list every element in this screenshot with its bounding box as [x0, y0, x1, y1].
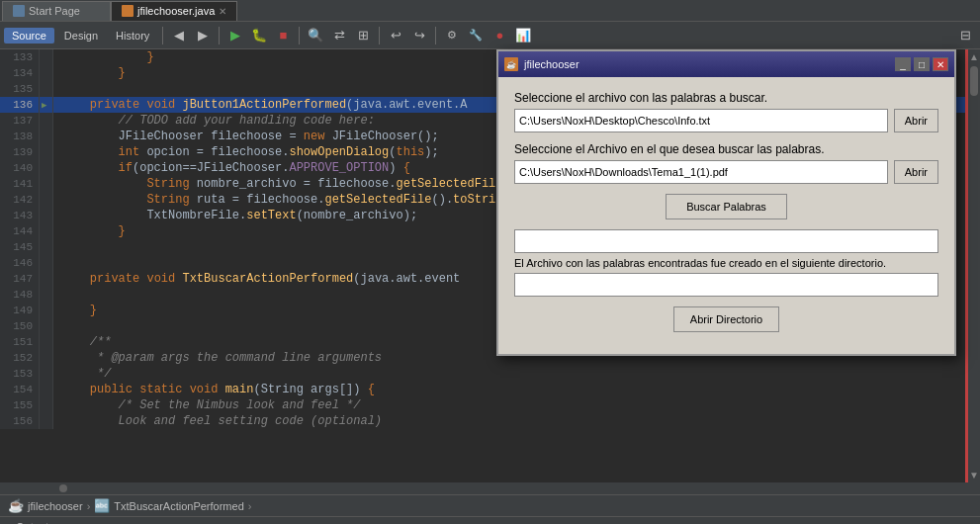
dialog-dir-input[interactable] [514, 273, 938, 297]
line-content-137: // TODO add your handling code here: [53, 113, 375, 129]
line-gutter-135 [40, 81, 53, 97]
bottom-scrollbar[interactable] [0, 482, 980, 494]
status-icon-2: 🔤 [94, 498, 110, 513]
right-scrollbar[interactable]: ▲ ▼ [968, 49, 980, 482]
dialog-section-1: Seleccione el archivo con las palabras a… [514, 91, 938, 132]
line-content-139: int opcion = filechoose.showOpenDialog(t… [53, 144, 439, 160]
toolbar-tab-history[interactable]: History [108, 28, 157, 44]
line-num-133: 133 [0, 49, 40, 65]
dialog-title-icon: ☕ [504, 57, 518, 71]
dialog-buscar-row: Buscar Palabras [514, 194, 938, 219]
toolbar-btn-back[interactable]: ◀ [168, 25, 190, 46]
dialog-window: ☕ jfilechooser _ □ ✕ Seleccione el archi… [496, 49, 956, 356]
toolbar-btn-chart[interactable]: 📊 [512, 25, 534, 46]
code-line-156: 156 Look and feel setting code (optional… [0, 413, 968, 429]
toolbar-btn-build[interactable]: ⚙ [441, 25, 463, 46]
line-content-145 [53, 239, 68, 255]
dialog-abrir-row: Abrir Directorio [514, 306, 938, 332]
dialog-open-btn-2[interactable]: Abrir [894, 160, 938, 184]
line-content-136: private void jButton1ActionPerformed(jav… [53, 97, 468, 113]
line-num-144: 144 [0, 223, 40, 239]
line-num-141: 141 [0, 176, 40, 192]
line-content-146 [53, 255, 68, 271]
line-content-151: /** [53, 334, 111, 350]
dialog-close-btn[interactable]: ✕ [933, 57, 948, 71]
tab-close-icon[interactable]: ✕ [219, 6, 226, 17]
tab-start-page[interactable]: Start Page [2, 1, 111, 21]
tab-bar: Start Page jfilechooser.java ✕ [0, 0, 980, 22]
toolbar-btn-stop[interactable]: ■ [272, 25, 294, 46]
line-gutter-140 [40, 160, 53, 176]
line-content-148 [53, 287, 68, 303]
toolbar-btn-redo[interactable]: ↪ [408, 25, 430, 46]
line-num-143: 143 [0, 208, 40, 223]
breadcrumb-arrow-1: › [87, 500, 91, 512]
line-num-150: 150 [0, 318, 40, 334]
toolbar-btn-search[interactable]: 🔍 [305, 25, 326, 46]
scroll-down-arrow[interactable]: ▼ [967, 468, 980, 482]
line-content-153: */ [53, 366, 111, 382]
line-num-138: 138 [0, 129, 40, 144]
toolbar-separator-2 [219, 27, 220, 44]
toolbar-separator-4 [379, 27, 380, 44]
output-bar: Output [0, 516, 980, 524]
line-num-152: 152 [0, 350, 40, 366]
line-gutter-149 [40, 303, 53, 318]
line-num-142: 142 [0, 192, 40, 208]
toolbar-btn-toggle[interactable]: ⊞ [352, 25, 374, 46]
line-num-140: 140 [0, 160, 40, 176]
breadcrumb-arrow-2: › [248, 500, 252, 512]
start-page-icon [13, 5, 25, 17]
line-gutter-136 [40, 97, 53, 113]
dialog-info-text: El Archivo con las palabras encontradas … [514, 257, 938, 269]
line-content-140: if(opcion==JFileChooser.APPROVE_OPTION) … [53, 160, 410, 176]
line-content-143: TxtNombreFile.setText(nombre_archivo); [53, 208, 417, 223]
dialog-title-bar: ☕ jfilechooser _ □ ✕ [498, 51, 954, 77]
line-gutter-146 [40, 255, 53, 271]
toolbar: Source Design History ◀ ▶ ▶ 🐛 ■ 🔍 ⇄ ⊞ ↩ … [0, 22, 980, 49]
right-margin-stripe [965, 49, 968, 482]
line-content-155: /* Set the Nimbus look and feel */ [53, 397, 360, 413]
dialog-input-2[interactable] [514, 160, 888, 184]
line-content-141: String nombre_archivo = filechoose.getSe… [53, 176, 495, 192]
line-content-133: } [53, 49, 154, 65]
toolbar-btn-clean[interactable]: 🔧 [465, 25, 487, 46]
line-gutter-145 [40, 239, 53, 255]
toolbar-btn-run[interactable]: ▶ [224, 25, 246, 46]
line-num-135: 135 [0, 81, 40, 97]
dialog-maximize-btn[interactable]: □ [914, 57, 930, 71]
line-content-138: JFileChooser filechoose = new JFileChoos… [53, 129, 439, 144]
line-gutter-139 [40, 144, 53, 160]
tab-jfilechooser[interactable]: jfilechooser.java ✕ [111, 1, 237, 21]
toolbar-btn-record[interactable]: ● [489, 25, 510, 46]
output-tab-label[interactable]: Output [8, 519, 56, 525]
dialog-minimize-btn[interactable]: _ [895, 57, 911, 71]
line-num-147: 147 [0, 271, 40, 287]
h-scroll-thumb[interactable] [59, 484, 67, 492]
toolbar-btn-debug[interactable]: 🐛 [248, 25, 270, 46]
scroll-up-arrow[interactable]: ▲ [967, 49, 980, 64]
dialog-open-btn-1[interactable]: Abrir [894, 109, 938, 132]
dialog-buscar-btn[interactable]: Buscar Palabras [666, 194, 787, 219]
toolbar-separator-3 [299, 27, 300, 44]
toolbar-btn-replace[interactable]: ⇄ [328, 25, 350, 46]
toolbar-btn-windows[interactable]: ⊟ [954, 25, 976, 46]
line-content-134: } [53, 65, 126, 81]
line-gutter-151 [40, 334, 53, 350]
toolbar-btn-undo[interactable]: ↩ [385, 25, 406, 46]
toolbar-tab-source[interactable]: Source [4, 28, 54, 44]
dialog-input-1[interactable] [514, 109, 888, 132]
line-gutter-153 [40, 366, 53, 382]
scroll-thumb[interactable] [970, 66, 978, 96]
toolbar-btn-forward[interactable]: ▶ [192, 25, 214, 46]
toolbar-tab-design[interactable]: Design [56, 28, 106, 44]
line-gutter-144 [40, 223, 53, 239]
status-item-2: TxtBuscarActionPerformed [114, 500, 243, 512]
dialog-result-input[interactable] [514, 229, 938, 253]
line-gutter-150 [40, 318, 53, 334]
code-line-154: 154 public static void main(String args[… [0, 382, 968, 397]
status-icon: ☕ [8, 498, 24, 513]
dialog-abrir-btn[interactable]: Abrir Directorio [673, 306, 779, 332]
dialog-title-text: ☕ jfilechooser [504, 57, 579, 71]
line-content-142: String ruta = filechoose.getSelectedFile… [53, 192, 495, 208]
